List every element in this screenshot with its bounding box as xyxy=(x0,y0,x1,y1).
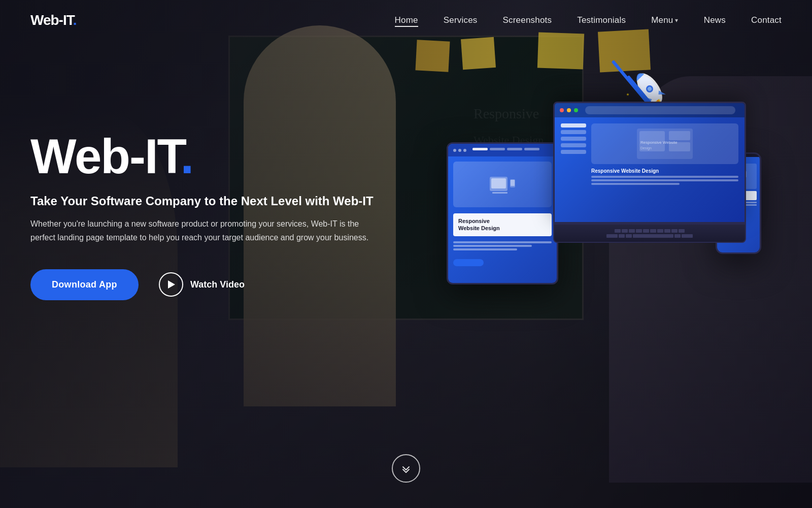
nav-item-services[interactable]: Services xyxy=(444,15,478,25)
watch-video-label: Watch Video xyxy=(190,279,245,290)
nav-links: Home Services Screenshots Testimonials M… xyxy=(395,15,782,25)
laptop-text-line xyxy=(591,176,738,178)
play-triangle-icon xyxy=(168,280,175,289)
sidebar-item xyxy=(561,130,586,134)
play-circle-icon xyxy=(159,272,183,297)
tab-dot xyxy=(453,149,456,152)
laptop-sidebar xyxy=(561,123,586,216)
key xyxy=(636,229,642,233)
tab-nav-item xyxy=(472,148,488,150)
laptop-hero-area: Responsive Website Design xyxy=(591,123,738,164)
laptop-content-title: Responsive Website Design xyxy=(591,168,738,174)
nav-item-contact[interactable]: Contact xyxy=(751,15,782,25)
key xyxy=(679,229,685,233)
key xyxy=(657,229,663,233)
laptop-main: Responsive Website Design Responsive Web… xyxy=(591,123,738,216)
svg-text:Responsive Website: Responsive Website xyxy=(640,140,678,145)
key xyxy=(619,234,625,238)
sidebar-item xyxy=(561,123,586,128)
nav-item-screenshots[interactable]: Screenshots xyxy=(503,15,552,25)
download-app-button[interactable]: Download App xyxy=(30,269,139,300)
hero-buttons: Download App Watch Video xyxy=(30,269,411,300)
tablet-hero-image xyxy=(453,162,552,207)
svg-rect-13 xyxy=(491,178,506,188)
nav-item-testimonials[interactable]: Testimonials xyxy=(577,15,626,25)
tablet-title-block: Responsive Website Design xyxy=(453,213,552,236)
svg-rect-19 xyxy=(669,131,690,140)
watch-video-button[interactable]: Watch Video xyxy=(159,272,245,297)
menu-with-dropdown: Menu ▾ xyxy=(651,15,679,25)
svg-marker-7 xyxy=(626,93,629,96)
tablet-cta-btn xyxy=(453,259,484,266)
nav-link-menu[interactable]: Menu ▾ xyxy=(651,15,679,25)
laptop-keyboard xyxy=(553,224,746,243)
nav-item-home[interactable]: Home xyxy=(395,15,418,25)
navbar: Web-IT. Home Services Screenshots Testim… xyxy=(0,0,812,41)
keyboard-row xyxy=(606,234,693,238)
key xyxy=(626,234,632,238)
tablet-card-title: Responsive xyxy=(458,217,547,225)
tablet-body: Responsive Website Design xyxy=(448,156,557,283)
desc-line xyxy=(453,241,552,243)
desc-line xyxy=(453,245,532,247)
hero-section: Responsive Website Design Find portfolio… xyxy=(0,0,812,508)
sidebar-item xyxy=(561,143,586,147)
nav-link-contact[interactable]: Contact xyxy=(751,15,782,25)
scroll-indicator[interactable]: › › xyxy=(392,454,420,483)
nav-link-testimonials[interactable]: Testimonials xyxy=(577,15,626,25)
sidebar-item xyxy=(561,150,586,154)
hero-subtitle: Take Your Software Company to the Next L… xyxy=(30,193,411,209)
tab-nav-item xyxy=(490,148,505,150)
hero-title-dot: . xyxy=(181,129,193,183)
laptop-content: Responsive Website Design Responsive Web… xyxy=(555,103,745,222)
nav-item-menu[interactable]: Menu ▾ xyxy=(651,15,679,25)
tab-nav-item xyxy=(507,148,522,150)
logo: Web-IT. xyxy=(30,12,76,28)
key xyxy=(622,229,628,233)
logo-text: Web-IT xyxy=(30,12,73,28)
key xyxy=(606,234,618,238)
key xyxy=(643,229,649,233)
tablet-mockup: Responsive Website Design xyxy=(447,142,558,284)
devices-container: Responsive Website Design xyxy=(447,102,761,345)
key xyxy=(682,234,693,238)
nav-link-screenshots[interactable]: Screenshots xyxy=(503,15,552,25)
laptop-text-line xyxy=(591,179,738,181)
tab-nav-item xyxy=(524,148,539,150)
key xyxy=(629,229,635,233)
tablet-header xyxy=(448,144,557,156)
hero-content: Web-IT. Take Your Software Company to th… xyxy=(30,132,411,300)
hero-title-text: Web-IT xyxy=(30,129,181,183)
svg-rect-14 xyxy=(492,192,507,194)
laptop-mockup: Responsive Website Design Responsive Web… xyxy=(553,102,746,244)
nav-link-home[interactable]: Home xyxy=(395,15,418,27)
nav-link-services[interactable]: Services xyxy=(444,15,478,25)
laptop-screen: Responsive Website Design Responsive Web… xyxy=(553,102,746,224)
nav-item-news[interactable]: News xyxy=(704,15,726,25)
key xyxy=(615,229,621,233)
window-close xyxy=(560,108,564,112)
tab-dot xyxy=(463,149,466,152)
logo-dot: . xyxy=(73,12,77,28)
tablet-screen: Responsive Website Design xyxy=(448,144,557,283)
tablet-desc xyxy=(453,239,552,254)
hero-title: Web-IT. xyxy=(30,132,411,181)
double-chevron-down-icon xyxy=(400,462,412,474)
key xyxy=(650,229,656,233)
desc-line xyxy=(453,248,517,250)
laptop-text-line xyxy=(591,183,680,185)
chevron-down-icon: ▾ xyxy=(675,17,678,24)
url-bar xyxy=(585,106,735,114)
keyboard-row xyxy=(615,229,685,233)
laptop-header-bar xyxy=(555,103,745,117)
spacebar xyxy=(633,234,673,238)
window-minimize xyxy=(567,108,571,112)
laptop-body: Responsive Website Design Responsive Web… xyxy=(555,117,745,222)
sidebar-item xyxy=(561,137,586,141)
window-maximize xyxy=(574,108,578,112)
svg-text:Design: Design xyxy=(640,146,652,150)
tab-dot xyxy=(458,149,461,152)
key xyxy=(671,229,678,233)
key xyxy=(664,229,670,233)
nav-link-news[interactable]: News xyxy=(704,15,726,25)
